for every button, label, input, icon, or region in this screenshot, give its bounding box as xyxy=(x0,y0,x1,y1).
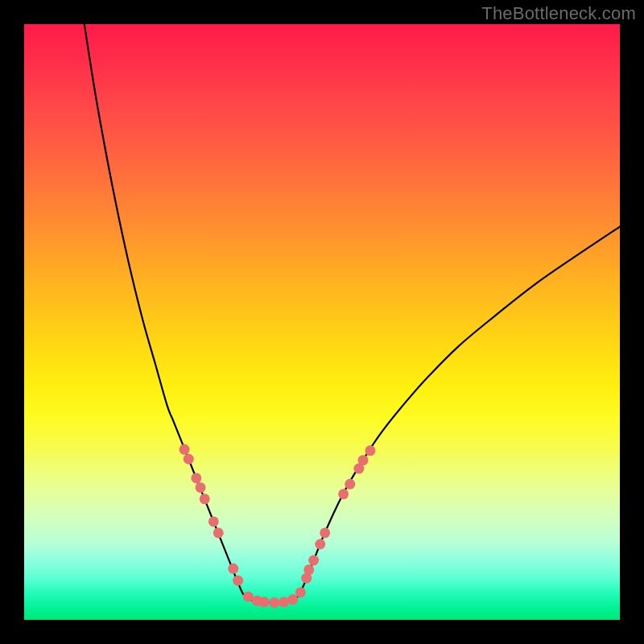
marker-left-2 xyxy=(191,473,201,483)
marker-right-2 xyxy=(303,564,314,575)
marker-right-10 xyxy=(365,445,375,456)
watermark-label: TheBottleneck.com xyxy=(481,3,636,24)
marker-right-5 xyxy=(320,527,330,538)
marker-floor-1 xyxy=(259,597,270,607)
marker-left-9 xyxy=(243,592,254,602)
marker-left-6 xyxy=(213,527,224,538)
marker-floor-2 xyxy=(269,597,279,608)
plot-area xyxy=(24,24,620,620)
marker-left-5 xyxy=(208,516,219,526)
bottleneck-curve xyxy=(85,24,620,603)
marker-right-4 xyxy=(315,539,325,550)
marker-floor-3 xyxy=(279,597,289,607)
marker-right-6 xyxy=(338,489,349,499)
marker-floor-4 xyxy=(287,594,298,605)
curve-svg xyxy=(24,24,620,620)
marker-right-7 xyxy=(345,479,355,489)
marker-right-0 xyxy=(295,587,306,597)
marker-right-3 xyxy=(308,555,319,566)
marker-left-7 xyxy=(228,564,238,574)
marker-left-4 xyxy=(200,493,210,504)
chart-frame: TheBottleneck.com xyxy=(0,0,644,644)
marker-left-1 xyxy=(184,454,194,464)
marker-left-0 xyxy=(180,444,190,455)
marker-right-9 xyxy=(358,455,369,465)
marker-left-8 xyxy=(233,576,243,586)
marker-left-3 xyxy=(196,482,206,493)
